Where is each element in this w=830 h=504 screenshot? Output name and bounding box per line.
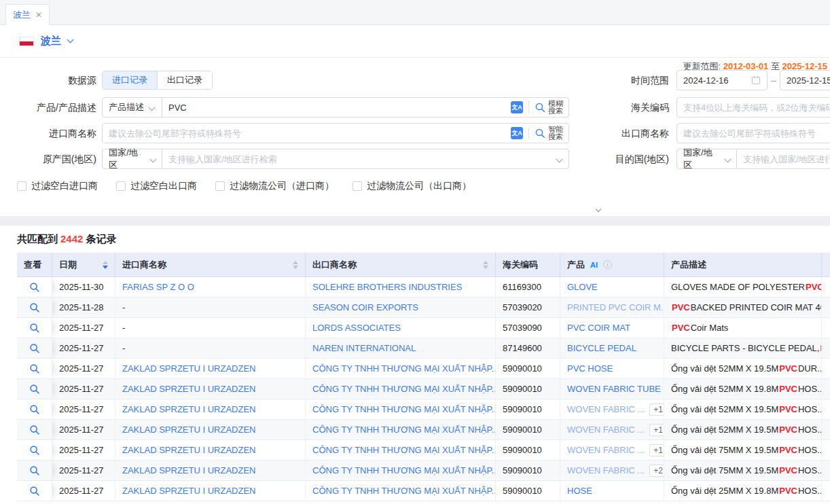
checkbox-filter-logistics-importer[interactable]: 过滤物流公司（进口商） xyxy=(215,180,334,192)
importer-link[interactable]: ZAKLAD SPRZETU I URZADZEN xyxy=(122,363,255,374)
view-record-button[interactable] xyxy=(17,399,52,420)
sort-date[interactable] xyxy=(97,261,108,269)
product-cell: WOVEN FABRIC ... +1 xyxy=(560,440,664,461)
product-type-select[interactable]: 产品描述 xyxy=(103,98,162,117)
product-extra-badge[interactable]: +1 xyxy=(649,424,664,436)
exporter-link[interactable]: NAREN INTERNATIONAL xyxy=(312,343,416,353)
product-link[interactable]: WOVEN FABRIC TUBE xyxy=(567,384,661,394)
destination-type-select[interactable]: 国家/地区 xyxy=(677,149,737,168)
origin-label: 原产国(地区) xyxy=(0,149,96,169)
exporter-cell: NAREN INTERNATIONAL xyxy=(306,338,496,359)
checkbox-filter-blank-exporter[interactable]: 过滤空白出口商 xyxy=(116,180,197,192)
importer-link[interactable]: ZAKLAD SPRZETU I URZADZEN xyxy=(122,445,255,455)
importer-link[interactable]: ZAKLAD SPRZETU I URZADZEN xyxy=(122,425,255,435)
product-link[interactable]: BICYCLE PEDAL xyxy=(567,343,636,353)
view-record-button[interactable] xyxy=(17,359,52,379)
product-extra-badge[interactable]: +1 xyxy=(649,444,664,456)
product-link[interactable]: PVC HOSE xyxy=(567,363,613,374)
importer-link[interactable]: FARIAS SP Z O O xyxy=(122,282,194,292)
importer-cell: ZAKLAD SPRZETU I URZADZEN xyxy=(115,379,306,399)
translate-icon[interactable]: 文A xyxy=(511,127,523,139)
importer-link[interactable]: ZAKLAD SPRZETU I URZADZEN xyxy=(122,384,255,394)
product-link[interactable]: PRINTED PVC COIR M... xyxy=(567,302,664,312)
description-cell: Ống vải dệt 75MM X 19.5M PVC HOS... xyxy=(664,440,822,461)
importer-link[interactable]: - xyxy=(122,343,125,353)
checkbox-icon[interactable] xyxy=(116,181,126,191)
checkbox-icon[interactable] xyxy=(353,181,362,191)
chevron-down-icon[interactable] xyxy=(67,37,74,43)
poland-flag-icon xyxy=(19,37,34,46)
tab-poland[interactable]: 波兰 ✕ xyxy=(5,4,50,25)
exporter-link[interactable]: CÔNG TY TNHH THƯƠNG MẠI XUẤT NHẬP... xyxy=(312,465,496,475)
exporter-link[interactable]: SOLEHRE BROTHERS INDUSTRIES xyxy=(312,282,462,292)
checkbox-filter-blank-importer[interactable]: 过滤空白进口商 xyxy=(17,180,98,192)
origin-country-input[interactable] xyxy=(162,149,557,168)
exporter-link[interactable]: CÔNG TY TNHH THƯƠNG MẠI XUẤT NHẬP... xyxy=(312,404,496,414)
importer-link[interactable]: ZAKLAD SPRZETU I URZADZEN xyxy=(122,404,255,414)
exporter-cell: CÔNG TY TNHH THƯƠNG MẠI XUẤT NHẬP... xyxy=(306,359,496,379)
magnifier-icon xyxy=(29,445,40,456)
checkbox-icon[interactable] xyxy=(215,181,225,191)
view-record-button[interactable] xyxy=(17,461,52,481)
table-row: 2025-11-27 ZAKLAD SPRZETU I URZADZEN CÔN… xyxy=(17,379,830,399)
sort-exporter[interactable] xyxy=(477,261,488,269)
checkbox-icon[interactable] xyxy=(17,181,26,191)
exporter-link[interactable]: CÔNG TY TNHH THƯƠNG MẠI XUẤT NHẬP... xyxy=(312,445,496,455)
chevron-down-icon[interactable] xyxy=(556,156,563,162)
exporter-link[interactable]: SEASON COIR EXPORTS xyxy=(312,302,418,312)
date-from-input[interactable]: 2024-12-16 xyxy=(676,70,768,90)
product-link[interactable]: WOVEN FABRIC ... xyxy=(567,465,645,475)
view-record-button[interactable] xyxy=(17,338,52,359)
importer-input[interactable] xyxy=(103,124,511,143)
exporter-link[interactable]: CÔNG TY TNHH THƯƠNG MẠI XUẤT NHẬP... xyxy=(312,486,496,496)
product-extra-badge[interactable]: +2 xyxy=(649,465,664,477)
exporter-link[interactable]: CÔNG TY TNHH THƯƠNG MẠI XUẤT NHẬP... xyxy=(312,384,496,394)
view-record-button[interactable] xyxy=(17,277,52,298)
importer-link[interactable]: ZAKLAD SPRZETU I URZADZEN xyxy=(122,465,255,475)
section-divider xyxy=(0,216,830,226)
view-record-button[interactable] xyxy=(17,298,52,318)
sort-importer[interactable] xyxy=(287,261,298,269)
product-link[interactable]: WOVEN FABRIC ... xyxy=(567,445,645,455)
importer-cell: FARIAS SP Z O O xyxy=(115,277,306,298)
product-link[interactable]: PVC COIR MAT xyxy=(567,323,630,333)
description-cell: PVC BACKED PRINTED COIR MAT 40... xyxy=(664,298,822,318)
hs-code-input[interactable] xyxy=(677,98,830,117)
checkbox-filter-logistics-exporter[interactable]: 过滤物流公司（出口商） xyxy=(353,180,471,192)
smart-search-button[interactable]: 智能搜索 xyxy=(529,126,569,141)
hs-code-cell: 59090010 xyxy=(496,359,560,379)
info-icon[interactable]: i xyxy=(603,260,612,269)
product-link[interactable]: WOVEN FABRIC ... xyxy=(567,404,645,414)
close-icon[interactable]: ✕ xyxy=(35,11,42,19)
export-records-tab[interactable]: 出口记录 xyxy=(157,71,212,89)
date-to-input[interactable]: 2025-12-15 xyxy=(780,70,830,90)
translate-icon[interactable]: 文A xyxy=(511,101,523,113)
product-link[interactable]: GLOVE xyxy=(567,282,598,292)
product-input[interactable] xyxy=(162,98,511,117)
exporter-link[interactable]: CÔNG TY TNHH THƯƠNG MẠI XUẤT NHẬP... xyxy=(312,363,496,374)
hs-code-cell: 59090010 xyxy=(496,461,560,481)
exporter-link[interactable]: LORDS ASSOCIATES xyxy=(312,323,401,333)
origin-type-select[interactable]: 国家/地区 xyxy=(103,149,162,168)
product-link[interactable]: HOSE xyxy=(567,486,592,496)
importer-link[interactable]: ZAKLAD SPRZETU I URZADZEN xyxy=(122,486,255,496)
view-record-button[interactable] xyxy=(17,379,52,399)
view-record-button[interactable] xyxy=(17,440,52,461)
importer-link[interactable]: - xyxy=(122,323,125,333)
product-link[interactable]: WOVEN FABRIC ... xyxy=(567,425,645,435)
import-records-tab[interactable]: 进口记录 xyxy=(103,71,157,89)
chevron-down-icon xyxy=(725,156,732,162)
calendar-icon xyxy=(751,75,761,85)
product-extra-badge[interactable]: +1 xyxy=(649,403,664,416)
importer-link[interactable]: - xyxy=(122,302,125,312)
view-record-button[interactable] xyxy=(17,481,52,501)
exporter-link[interactable]: CÔNG TY TNHH THƯƠNG MẠI XUẤT NHẬP... xyxy=(312,425,496,435)
fuzzy-search-button[interactable]: 模糊搜索 xyxy=(529,100,569,115)
view-record-button[interactable] xyxy=(17,318,52,338)
collapse-filter-button[interactable] xyxy=(575,206,622,215)
view-record-button[interactable] xyxy=(17,420,52,440)
exporter-input[interactable] xyxy=(677,124,830,143)
destination-country-input[interactable] xyxy=(737,149,830,168)
country-name[interactable]: 波兰 xyxy=(41,35,61,48)
description-cell: Ống vải dệt 25MM X 19.8M PVC HOS... xyxy=(664,481,822,501)
